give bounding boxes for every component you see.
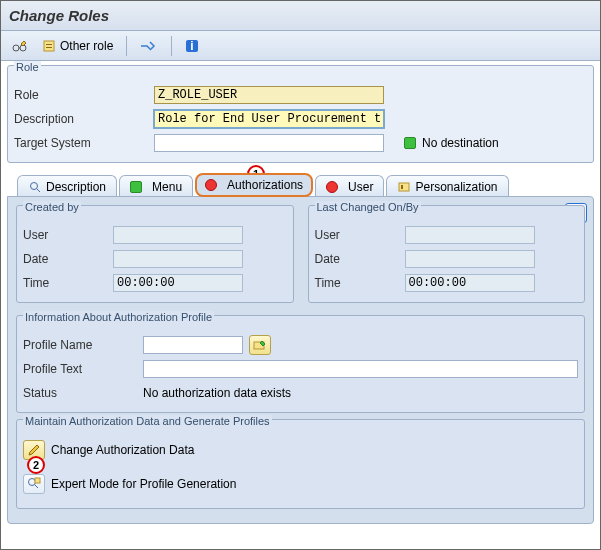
svg-text:i: i: [191, 39, 194, 53]
changed-legend: Last Changed On/By: [315, 201, 421, 213]
info-button[interactable]: i: [180, 35, 204, 57]
changed-user-label: User: [315, 228, 405, 242]
svg-point-13: [29, 479, 36, 486]
role-legend: Role: [14, 61, 41, 73]
target-system-label: Target System: [14, 136, 154, 150]
toggle-display-button[interactable]: [7, 35, 33, 57]
menu-led-icon: [130, 181, 142, 193]
description-label: Description: [14, 112, 154, 126]
profile-info-groupbox: Information About Authorization Profile …: [16, 315, 585, 413]
changed-date-label: Date: [315, 252, 405, 266]
tab-body: i Created by User Date Time Last Changed…: [7, 196, 594, 524]
other-role-label: Other role: [60, 39, 113, 53]
tab-user-label: User: [348, 180, 373, 194]
application-frame: Change Roles Other role i Role Role Desc…: [0, 0, 601, 550]
changed-time-label: Time: [315, 276, 405, 290]
svg-rect-9: [401, 185, 403, 189]
role-icon: [42, 39, 56, 53]
changed-time-field: [405, 274, 535, 292]
tab-strip: Description Menu Authorizations User Per…: [7, 169, 594, 197]
tab-personalization[interactable]: Personalization: [386, 175, 508, 197]
tab-menu-label: Menu: [152, 180, 182, 194]
profile-text-label: Profile Text: [23, 362, 143, 376]
glasses-pencil-icon: [12, 39, 28, 53]
maintain-legend: Maintain Authorization Data and Generate…: [23, 415, 272, 427]
created-user-label: User: [23, 228, 113, 242]
created-date-label: Date: [23, 252, 113, 266]
tab-personalization-label: Personalization: [415, 180, 497, 194]
destination-led-icon: [404, 137, 416, 149]
svg-point-0: [13, 45, 19, 51]
transport-button[interactable]: [135, 35, 163, 57]
folder-search-icon: [253, 339, 267, 351]
profile-legend: Information About Authorization Profile: [23, 311, 214, 323]
info-icon: i: [185, 39, 199, 53]
svg-rect-3: [46, 44, 52, 45]
svg-rect-8: [399, 183, 409, 191]
expert-icon: [27, 477, 41, 491]
changed-by-groupbox: Last Changed On/By User Date Time: [308, 205, 586, 303]
window-title: Change Roles: [9, 7, 109, 24]
truck-icon: [140, 40, 158, 52]
profile-status-label: Status: [23, 386, 143, 400]
svg-point-7: [31, 182, 38, 189]
description-input[interactable]: [154, 110, 384, 128]
created-date-field: [113, 250, 243, 268]
created-user-field: [113, 226, 243, 244]
profile-name-label: Profile Name: [23, 338, 143, 352]
tab-user[interactable]: User: [315, 175, 384, 197]
created-by-groupbox: Created by User Date Time: [16, 205, 294, 303]
toolbar-separator: [126, 36, 127, 56]
created-time-label: Time: [23, 276, 113, 290]
profile-text-input[interactable]: [143, 360, 578, 378]
tab-authorizations-label: Authorizations: [227, 178, 303, 192]
personalization-icon: [397, 180, 411, 194]
svg-rect-2: [44, 41, 54, 51]
svg-rect-4: [46, 47, 52, 48]
changed-user-field: [405, 226, 535, 244]
toolbar: Other role i: [1, 31, 600, 61]
expert-mode-label: Expert Mode for Profile Generation: [51, 477, 236, 491]
no-destination-label: No destination: [422, 136, 499, 150]
svg-rect-14: [35, 478, 40, 483]
magnifier-icon: [28, 180, 42, 194]
other-role-button[interactable]: Other role: [37, 35, 118, 57]
tab-authorizations[interactable]: Authorizations: [195, 173, 313, 197]
role-label: Role: [14, 88, 154, 102]
tab-description-label: Description: [46, 180, 106, 194]
title-bar: Change Roles: [1, 1, 600, 31]
created-legend: Created by: [23, 201, 81, 213]
tab-menu[interactable]: Menu: [119, 175, 193, 197]
changed-date-field: [405, 250, 535, 268]
target-system-input[interactable]: [154, 134, 384, 152]
tab-description[interactable]: Description: [17, 175, 117, 197]
created-time-field: [113, 274, 243, 292]
maintain-groupbox: Maintain Authorization Data and Generate…: [16, 419, 585, 509]
profile-name-search-button[interactable]: [249, 335, 271, 355]
role-input[interactable]: [154, 86, 384, 104]
auth-led-icon: [205, 179, 217, 191]
user-led-icon: [326, 181, 338, 193]
profile-name-input[interactable]: [143, 336, 243, 354]
change-auth-data-label: Change Authorization Data: [51, 443, 194, 457]
role-groupbox: Role Role Description Target System No d…: [7, 65, 594, 163]
content-area: Role Role Description Target System No d…: [1, 61, 600, 528]
profile-status-value: No authorization data exists: [143, 386, 291, 400]
pencil-icon: [27, 443, 41, 457]
toolbar-separator: [171, 36, 172, 56]
expert-mode-button[interactable]: [23, 474, 45, 494]
